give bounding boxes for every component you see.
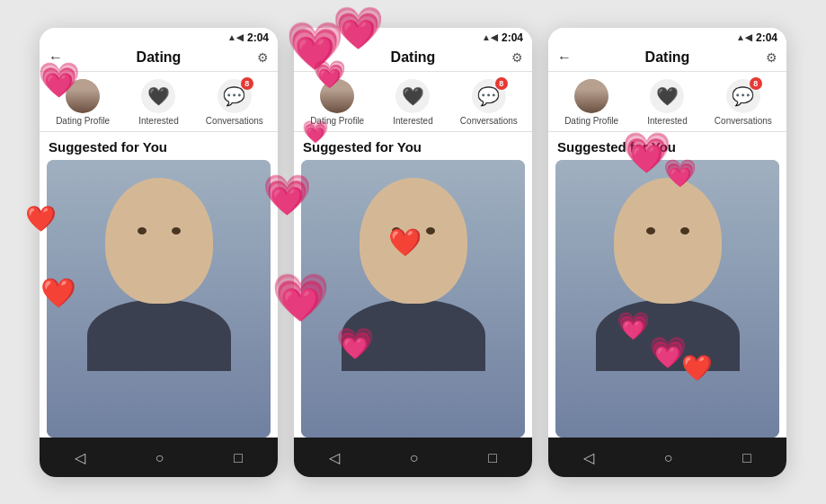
header-1: ← Dating ⚙: [40, 46, 278, 72]
tab-label-profile-3: Dating Profile: [564, 116, 618, 126]
person-photo-1: [47, 160, 271, 438]
main-content-3: Suggested for You: [548, 132, 786, 438]
chat-icon-wrap-1: 💬 8: [218, 79, 252, 113]
badge-conversations-2: 8: [495, 77, 508, 90]
status-bar-2: ▲◀ 2:04: [294, 28, 532, 46]
main-content-2: Suggested for You: [294, 132, 532, 438]
tab-interested-3[interactable]: 🖤 Interested: [629, 79, 705, 126]
tab-conversations-3[interactable]: 💬 8 Conversations: [706, 79, 781, 126]
badge-conversations-1: 8: [241, 77, 253, 90]
heart-tab-icon-2: 🖤: [402, 85, 424, 107]
person-eyes-3: [646, 227, 689, 234]
avatar-image-1: [66, 79, 100, 113]
home-button-2[interactable]: ○: [410, 450, 419, 466]
eye-left-2: [392, 227, 401, 234]
eye-left-3: [646, 227, 655, 234]
tab-label-conversations-2: Conversations: [460, 116, 518, 126]
settings-icon-3[interactable]: ⚙: [766, 50, 777, 65]
header-3: ← Dating ⚙: [548, 46, 786, 72]
nav-tabs-3: Dating Profile 🖤 Interested 💬 8 Conversa…: [548, 72, 786, 132]
badge-conversations-3: 8: [750, 77, 762, 90]
tab-label-interested-3: Interested: [647, 116, 687, 126]
person-head-2: [360, 178, 467, 304]
tab-dating-profile-1[interactable]: Dating Profile: [45, 79, 120, 126]
settings-icon-1[interactable]: ⚙: [257, 50, 269, 65]
app-title-2: Dating: [391, 49, 436, 66]
avatar-icon-2: [320, 79, 354, 113]
heart-tab-icon-1: 🖤: [147, 85, 170, 107]
square-button-3[interactable]: □: [742, 450, 751, 466]
signal-icons-3: ▲◀: [736, 32, 752, 42]
back-button-1[interactable]: ◁: [75, 449, 85, 466]
heart-icon-wrap-2: 🖤: [395, 79, 430, 113]
tab-label-conversations-3: Conversations: [715, 116, 772, 126]
person-photo-2: [301, 160, 525, 438]
signal-icons-2: ▲◀: [482, 32, 498, 42]
home-button-1[interactable]: ○: [155, 450, 164, 466]
tab-label-profile-2: Dating Profile: [310, 116, 364, 126]
avatar-icon-1: [66, 79, 100, 113]
profile-card-3: [555, 160, 779, 438]
person-eyes-2: [392, 227, 435, 234]
square-button-2[interactable]: □: [488, 450, 497, 466]
bottom-nav-1: ◁ ○ □: [40, 438, 278, 477]
app-title-1: Dating: [137, 49, 182, 66]
signal-icons-1: ▲◀: [227, 32, 244, 42]
eye-right-1: [172, 227, 181, 234]
eye-left-1: [138, 227, 147, 234]
tab-label-interested-1: Interested: [138, 116, 178, 126]
avatar-image-3: [574, 79, 608, 113]
back-button-2[interactable]: ◁: [329, 449, 340, 466]
avatar-image-2: [320, 79, 354, 113]
bottom-nav-3: ◁ ○ □: [548, 438, 786, 477]
person-body-1: [87, 299, 231, 371]
tab-conversations-1[interactable]: 💬 8 Conversations: [197, 79, 272, 126]
nav-tabs-1: Dating Profile 🖤 Interested 💬 8 Conversa…: [40, 72, 278, 132]
tab-dating-profile-3[interactable]: Dating Profile: [554, 79, 629, 126]
heart-tab-icon-3: 🖤: [656, 85, 679, 107]
tab-interested-1[interactable]: 🖤 Interested: [120, 79, 196, 126]
heart-icon-wrap-1: 🖤: [141, 79, 175, 113]
chat-icon-wrap-3: 💬 8: [726, 79, 760, 113]
main-content-1: Suggested for You: [40, 132, 278, 438]
heart-icon-wrap-3: 🖤: [650, 79, 684, 113]
person-photo-3: [555, 160, 779, 438]
phone-1: ▲◀ 2:04 ← Dating ⚙ Dating Profile 🖤 Inte…: [40, 28, 278, 477]
status-bar-3: ▲◀ 2:04: [548, 28, 786, 46]
person-head-1: [105, 178, 213, 304]
back-arrow-2[interactable]: ←: [303, 49, 317, 66]
profile-card-2: [301, 160, 525, 438]
section-title-1: Suggested for You: [40, 132, 278, 160]
time-2: 2:04: [502, 31, 523, 44]
person-body-3: [596, 299, 740, 371]
status-bar-1: ▲◀ 2:04: [40, 28, 278, 46]
section-title-2: Suggested for You: [294, 132, 532, 160]
person-head-3: [614, 178, 722, 304]
home-button-3[interactable]: ○: [664, 450, 673, 466]
tab-label-profile-1: Dating Profile: [56, 116, 110, 126]
bottom-nav-2: ◁ ○ □: [294, 438, 532, 477]
back-button-3[interactable]: ◁: [583, 449, 594, 466]
tab-conversations-2[interactable]: 💬 8 Conversations: [451, 79, 527, 126]
back-arrow-3[interactable]: ←: [557, 49, 572, 66]
section-title-3: Suggested for You: [548, 132, 786, 160]
tab-label-interested-2: Interested: [393, 116, 432, 126]
avatar-icon-3: [574, 79, 608, 113]
tab-label-conversations-1: Conversations: [206, 116, 263, 126]
app-title-3: Dating: [645, 49, 690, 66]
back-arrow-1[interactable]: ←: [49, 49, 63, 66]
square-button-1[interactable]: □: [234, 450, 243, 466]
eye-right-3: [680, 227, 689, 234]
settings-icon-2[interactable]: ⚙: [511, 50, 523, 65]
chat-icon-wrap-2: 💬 8: [472, 79, 506, 113]
header-2: ← Dating ⚙: [294, 46, 532, 72]
tab-interested-2[interactable]: 🖤 Interested: [375, 79, 450, 126]
tab-dating-profile-2[interactable]: Dating Profile: [299, 79, 375, 126]
time-3: 2:04: [756, 31, 777, 44]
nav-tabs-2: Dating Profile 🖤 Interested 💬 8 Conversa…: [294, 72, 532, 132]
person-body-2: [342, 299, 485, 371]
phone-2: ▲◀ 2:04 ← Dating ⚙ Dating Profile 🖤 Inte…: [294, 28, 532, 477]
time-1: 2:04: [247, 31, 269, 44]
person-eyes-1: [138, 227, 181, 234]
profile-card-1: [47, 160, 271, 438]
